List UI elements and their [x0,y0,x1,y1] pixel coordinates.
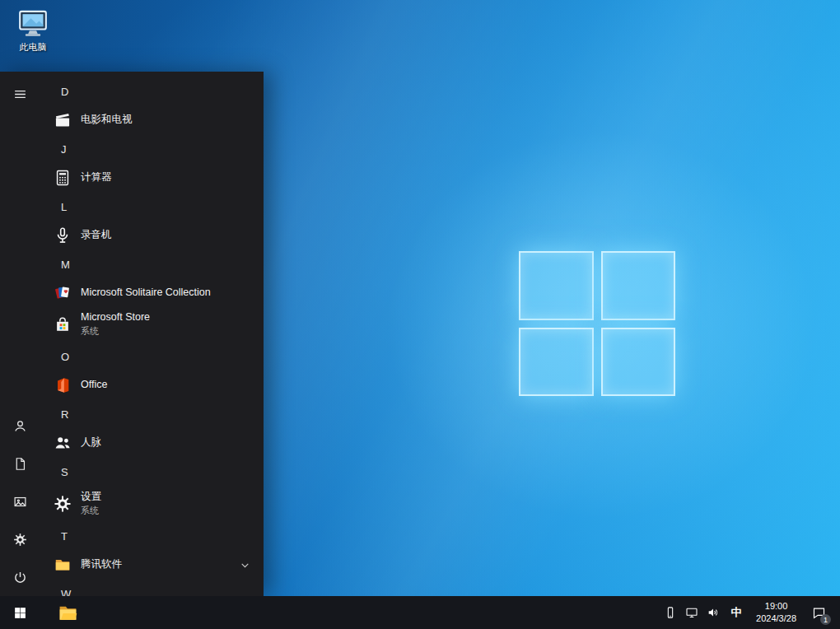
user-icon [13,419,27,433]
app-item[interactable]: Microsoft Solitaire Collection [40,279,264,307]
app-text: Office [81,379,107,392]
input-method-indicator[interactable]: 中 [724,596,749,629]
people-icon [53,433,72,453]
letter-header-label: S [61,466,68,478]
app-name: 腾讯软件 [81,558,122,571]
taskbar-pinned-apps [51,596,84,629]
app-text: 腾讯软件 [81,558,122,571]
rail-menu-button[interactable] [0,75,40,113]
app-text: 电影和电视 [81,114,133,127]
app-item[interactable]: 设置系统 [40,487,264,521]
calculator-icon [53,168,72,188]
taskbar: 中 19:00 2024/3/28 1 [0,596,840,629]
tray-device-icon [664,606,677,619]
letter-header-J[interactable]: J [40,134,264,164]
windows-logo-pane [601,251,676,320]
letter-header-O[interactable]: O [40,342,264,371]
app-name: 录音机 [81,229,112,242]
app-item[interactable]: 电影和电视 [40,106,264,134]
letter-header-label: J [61,143,67,156]
letter-header-T[interactable]: T [40,521,264,551]
solitaire-icon [53,283,72,303]
app-name: Office [81,379,107,392]
letter-header-label: L [61,201,67,213]
rail-settings-button[interactable] [0,520,40,558]
app-item[interactable]: 录音机 [40,221,264,249]
app-subtitle: 系统 [81,325,150,338]
chevron-down-icon [240,560,250,571]
this-pc-icon [16,7,49,40]
app-text: 计算器 [81,171,112,184]
rail-top-group [0,75,40,113]
start-menu-app-list: D电影和电视J计算器L录音机MMicrosoft Solitaire Colle… [40,72,264,596]
letter-header-L[interactable]: L [40,192,264,221]
desktop-icon-this-pc[interactable]: 此电脑 [8,7,58,54]
app-folder-icon [53,555,72,575]
taskbar-clock[interactable]: 19:00 2024/3/28 [749,596,804,629]
rail-pictures-button[interactable] [0,482,40,520]
desktop: 此电脑 D电影和电视J计算器L录音机MMicrosoft Solitaire C… [0,0,840,596]
app-subtitle: 系统 [81,505,101,517]
notification-badge: 1 [820,614,831,625]
rail-power-button[interactable] [0,558,40,596]
rail-documents-button[interactable] [0,445,40,482]
windows-logo-pane [601,328,676,397]
letter-header-label: R [61,408,68,421]
app-text: Microsoft Solitaire Collection [81,287,211,300]
voice-recorder-icon [53,226,72,245]
system-tray: 中 19:00 2024/3/28 1 [660,596,840,629]
app-item[interactable]: 腾讯软件 [40,551,264,579]
document-icon [13,457,27,471]
power-icon [13,571,27,585]
network-icon [685,606,698,619]
hamburger-icon [13,87,27,101]
letter-header-R[interactable]: R [40,399,264,429]
desktop-icon-label: 此电脑 [20,41,47,54]
app-text: 人脉 [81,436,101,450]
pictures-icon [13,495,27,509]
tray-icons-group [660,596,724,629]
rail-user-button[interactable] [0,407,40,445]
letter-header-label: M [61,259,70,271]
app-name: Microsoft Store [81,311,150,324]
app-item[interactable]: Microsoft Store系统 [40,307,264,342]
taskbar-file-explorer-button[interactable] [51,596,84,629]
letter-header-label: T [61,530,68,543]
app-name: 人脉 [81,436,101,450]
tray-network-button[interactable] [681,596,702,629]
settings-gear-icon [53,494,72,514]
app-text: 设置系统 [81,491,101,517]
letter-header-W[interactable]: W [40,579,264,596]
letter-header-D[interactable]: D [40,77,264,106]
clock-date: 2024/3/28 [756,613,796,625]
app-name: Microsoft Solitaire Collection [81,287,211,300]
action-center-button[interactable]: 1 [804,596,833,629]
windows-logo-pane [519,251,594,320]
clock-time: 19:00 [765,600,788,613]
gear-icon [13,533,27,547]
app-text: Microsoft Store系统 [81,311,150,338]
desktop-icons-area: 此电脑 [8,7,58,54]
app-item[interactable]: 人脉 [40,429,264,457]
start-button[interactable] [0,596,40,629]
app-text: 录音机 [81,229,112,242]
app-name: 计算器 [81,171,112,184]
start-menu: D电影和电视J计算器L录音机MMicrosoft Solitaire Colle… [0,72,264,596]
app-item[interactable]: Office [40,371,264,399]
app-name: 设置 [81,491,101,504]
volume-icon [707,606,720,619]
windows-logo-icon [13,606,27,620]
tray-volume-button[interactable] [702,596,724,629]
app-name: 电影和电视 [81,114,133,127]
letter-header-label: W [61,588,71,597]
explorer-folder-icon [58,603,78,623]
rail-bottom-group [0,407,40,596]
letter-header-S[interactable]: S [40,457,264,487]
letter-header-M[interactable]: M [40,249,264,279]
app-item[interactable]: 计算器 [40,164,264,192]
start-menu-rail [0,72,40,596]
tray-device-button[interactable] [660,596,681,629]
letter-header-label: D [61,86,68,98]
windows-logo-pane [519,328,594,397]
store-icon [53,314,72,334]
